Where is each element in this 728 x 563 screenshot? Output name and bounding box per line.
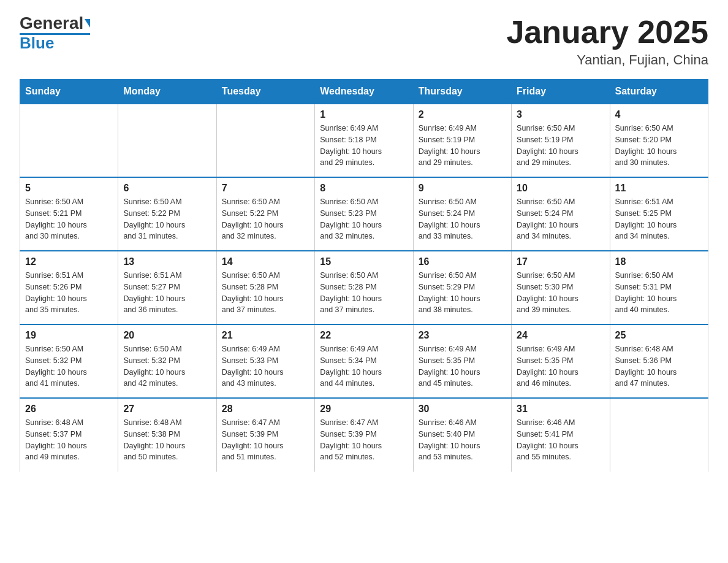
calendar-cell: 14Sunrise: 6:50 AM Sunset: 5:28 PM Dayli… [216, 251, 314, 324]
calendar-week-row: 12Sunrise: 6:51 AM Sunset: 5:26 PM Dayli… [20, 251, 708, 324]
calendar-cell [610, 398, 708, 472]
calendar-cell: 6Sunrise: 6:50 AM Sunset: 5:22 PM Daylig… [118, 177, 216, 251]
day-info: Sunrise: 6:50 AM Sunset: 5:23 PM Dayligh… [320, 196, 408, 242]
day-info: Sunrise: 6:50 AM Sunset: 5:31 PM Dayligh… [615, 270, 703, 316]
day-number: 8 [320, 183, 408, 194]
day-number: 21 [222, 330, 309, 341]
calendar-cell: 11Sunrise: 6:51 AM Sunset: 5:25 PM Dayli… [610, 177, 708, 251]
month-title: January 2025 [506, 15, 708, 50]
calendar-cell: 21Sunrise: 6:49 AM Sunset: 5:33 PM Dayli… [216, 324, 314, 398]
day-info: Sunrise: 6:47 AM Sunset: 5:39 PM Dayligh… [320, 417, 408, 463]
day-number: 6 [123, 183, 211, 194]
logo: General Blue [20, 15, 90, 51]
calendar-cell [216, 104, 314, 177]
col-friday: Friday [512, 80, 610, 104]
calendar-cell: 20Sunrise: 6:50 AM Sunset: 5:32 PM Dayli… [118, 324, 216, 398]
col-tuesday: Tuesday [216, 80, 314, 104]
day-info: Sunrise: 6:50 AM Sunset: 5:24 PM Dayligh… [517, 196, 604, 242]
day-number: 19 [25, 330, 113, 341]
day-number: 22 [320, 330, 408, 341]
day-number: 26 [25, 404, 113, 415]
col-wednesday: Wednesday [315, 80, 413, 104]
day-number: 27 [123, 404, 211, 415]
logo-triangle-icon [85, 19, 90, 28]
day-number: 5 [25, 183, 113, 194]
day-number: 13 [123, 256, 211, 267]
calendar-cell: 29Sunrise: 6:47 AM Sunset: 5:39 PM Dayli… [315, 398, 413, 472]
calendar-cell: 3Sunrise: 6:50 AM Sunset: 5:19 PM Daylig… [512, 104, 610, 177]
title-block: January 2025 Yantian, Fujian, China [506, 15, 708, 68]
day-info: Sunrise: 6:50 AM Sunset: 5:21 PM Dayligh… [25, 196, 113, 242]
calendar-table: Sunday Monday Tuesday Wednesday Thursday… [20, 79, 708, 472]
day-info: Sunrise: 6:50 AM Sunset: 5:28 PM Dayligh… [222, 270, 309, 316]
calendar-cell [118, 104, 216, 177]
calendar-cell: 27Sunrise: 6:48 AM Sunset: 5:38 PM Dayli… [118, 398, 216, 472]
calendar-cell: 7Sunrise: 6:50 AM Sunset: 5:22 PM Daylig… [216, 177, 314, 251]
day-number: 24 [517, 330, 604, 341]
day-info: Sunrise: 6:51 AM Sunset: 5:26 PM Dayligh… [25, 270, 113, 316]
day-number: 20 [123, 330, 211, 341]
calendar-cell: 1Sunrise: 6:49 AM Sunset: 5:18 PM Daylig… [315, 104, 413, 177]
day-info: Sunrise: 6:50 AM Sunset: 5:22 PM Dayligh… [123, 196, 211, 242]
calendar-cell: 30Sunrise: 6:46 AM Sunset: 5:40 PM Dayli… [413, 398, 511, 472]
calendar-cell: 10Sunrise: 6:50 AM Sunset: 5:24 PM Dayli… [512, 177, 610, 251]
day-number: 15 [320, 256, 408, 267]
day-info: Sunrise: 6:49 AM Sunset: 5:33 PM Dayligh… [222, 343, 309, 389]
day-info: Sunrise: 6:50 AM Sunset: 5:19 PM Dayligh… [517, 123, 604, 169]
calendar-week-row: 19Sunrise: 6:50 AM Sunset: 5:32 PM Dayli… [20, 324, 708, 398]
day-info: Sunrise: 6:49 AM Sunset: 5:19 PM Dayligh… [419, 123, 506, 169]
day-info: Sunrise: 6:50 AM Sunset: 5:28 PM Dayligh… [320, 270, 408, 316]
day-info: Sunrise: 6:50 AM Sunset: 5:32 PM Dayligh… [123, 343, 211, 389]
day-number: 30 [419, 404, 506, 415]
day-number: 3 [517, 109, 604, 120]
calendar-cell: 31Sunrise: 6:46 AM Sunset: 5:41 PM Dayli… [512, 398, 610, 472]
day-number: 9 [419, 183, 506, 194]
calendar-cell: 5Sunrise: 6:50 AM Sunset: 5:21 PM Daylig… [20, 177, 118, 251]
day-number: 23 [419, 330, 506, 341]
col-thursday: Thursday [413, 80, 511, 104]
day-number: 12 [25, 256, 113, 267]
calendar-cell: 12Sunrise: 6:51 AM Sunset: 5:26 PM Dayli… [20, 251, 118, 324]
calendar-week-row: 26Sunrise: 6:48 AM Sunset: 5:37 PM Dayli… [20, 398, 708, 472]
day-info: Sunrise: 6:49 AM Sunset: 5:35 PM Dayligh… [419, 343, 506, 389]
calendar-week-row: 5Sunrise: 6:50 AM Sunset: 5:21 PM Daylig… [20, 177, 708, 251]
day-info: Sunrise: 6:50 AM Sunset: 5:32 PM Dayligh… [25, 343, 113, 389]
calendar-cell: 22Sunrise: 6:49 AM Sunset: 5:34 PM Dayli… [315, 324, 413, 398]
day-number: 18 [615, 256, 703, 267]
calendar-week-row: 1Sunrise: 6:49 AM Sunset: 5:18 PM Daylig… [20, 104, 708, 177]
day-number: 1 [320, 109, 408, 120]
calendar-header-row: Sunday Monday Tuesday Wednesday Thursday… [20, 80, 708, 104]
day-number: 16 [419, 256, 506, 267]
day-info: Sunrise: 6:49 AM Sunset: 5:18 PM Dayligh… [320, 123, 408, 169]
day-number: 10 [517, 183, 604, 194]
calendar-cell [20, 104, 118, 177]
day-info: Sunrise: 6:50 AM Sunset: 5:30 PM Dayligh… [517, 270, 604, 316]
col-monday: Monday [118, 80, 216, 104]
day-info: Sunrise: 6:46 AM Sunset: 5:40 PM Dayligh… [419, 417, 506, 463]
calendar-cell: 16Sunrise: 6:50 AM Sunset: 5:29 PM Dayli… [413, 251, 511, 324]
day-info: Sunrise: 6:46 AM Sunset: 5:41 PM Dayligh… [517, 417, 604, 463]
calendar-cell: 9Sunrise: 6:50 AM Sunset: 5:24 PM Daylig… [413, 177, 511, 251]
location: Yantian, Fujian, China [506, 52, 708, 68]
calendar-cell: 17Sunrise: 6:50 AM Sunset: 5:30 PM Dayli… [512, 251, 610, 324]
day-number: 25 [615, 330, 703, 341]
day-number: 14 [222, 256, 309, 267]
calendar-cell: 24Sunrise: 6:49 AM Sunset: 5:35 PM Dayli… [512, 324, 610, 398]
col-sunday: Sunday [20, 80, 118, 104]
day-info: Sunrise: 6:51 AM Sunset: 5:25 PM Dayligh… [615, 196, 703, 242]
calendar-cell: 13Sunrise: 6:51 AM Sunset: 5:27 PM Dayli… [118, 251, 216, 324]
calendar-cell: 23Sunrise: 6:49 AM Sunset: 5:35 PM Dayli… [413, 324, 511, 398]
day-info: Sunrise: 6:48 AM Sunset: 5:37 PM Dayligh… [25, 417, 113, 463]
day-info: Sunrise: 6:50 AM Sunset: 5:24 PM Dayligh… [419, 196, 506, 242]
day-number: 28 [222, 404, 309, 415]
day-info: Sunrise: 6:50 AM Sunset: 5:29 PM Dayligh… [419, 270, 506, 316]
day-number: 4 [615, 109, 703, 120]
calendar-cell: 4Sunrise: 6:50 AM Sunset: 5:20 PM Daylig… [610, 104, 708, 177]
calendar-cell: 15Sunrise: 6:50 AM Sunset: 5:28 PM Dayli… [315, 251, 413, 324]
calendar-cell: 8Sunrise: 6:50 AM Sunset: 5:23 PM Daylig… [315, 177, 413, 251]
day-number: 11 [615, 183, 703, 194]
day-number: 17 [517, 256, 604, 267]
page-header: General Blue January 2025 Yantian, Fujia… [20, 15, 708, 68]
day-info: Sunrise: 6:47 AM Sunset: 5:39 PM Dayligh… [222, 417, 309, 463]
logo-text-general: General [20, 15, 83, 32]
